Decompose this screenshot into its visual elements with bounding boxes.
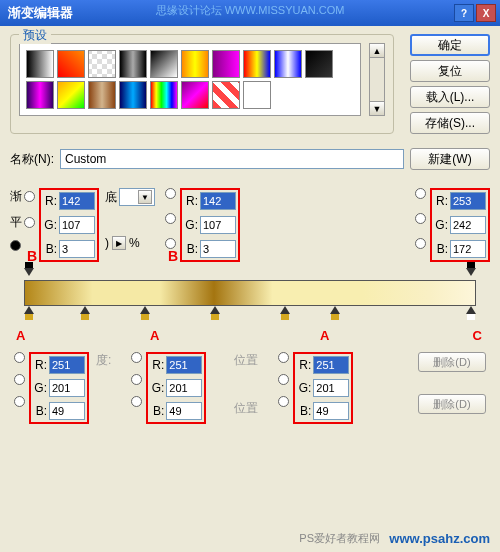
preset-swatch[interactable] [243, 50, 271, 78]
gradient-bar[interactable] [24, 280, 476, 306]
smoothness-label: 平 [10, 214, 22, 231]
preset-swatch[interactable] [57, 50, 85, 78]
b-input[interactable]: 3 [59, 240, 95, 258]
preset-swatch[interactable] [181, 50, 209, 78]
opacity-label: 度: [96, 352, 111, 369]
marker-b2: B [168, 248, 178, 264]
preset-swatch[interactable] [88, 50, 116, 78]
ok-button[interactable]: 确定 [410, 34, 490, 56]
g-label: G: [150, 381, 164, 395]
b-input[interactable]: 49 [166, 402, 202, 420]
b-input[interactable]: 172 [450, 240, 486, 258]
radio[interactable] [14, 352, 25, 363]
rgb-group-c-top: R:253 G:242 B:172 [430, 188, 490, 262]
scroll-up-icon[interactable]: ▲ [370, 44, 384, 58]
radio[interactable] [415, 213, 426, 224]
radio[interactable] [24, 191, 35, 202]
name-label: 名称(N): [10, 151, 54, 168]
preset-swatch[interactable] [150, 81, 178, 109]
opacity-stop[interactable] [466, 268, 476, 282]
name-input[interactable] [60, 149, 404, 169]
preset-swatch[interactable] [243, 81, 271, 109]
g-input[interactable]: 201 [166, 379, 202, 397]
preset-swatch[interactable] [26, 50, 54, 78]
presets-list[interactable] [19, 43, 361, 116]
radio[interactable] [14, 374, 25, 385]
color-stop[interactable] [140, 306, 150, 320]
b-label: B: [297, 404, 311, 418]
preset-swatch[interactable] [57, 81, 85, 109]
arrow-right-icon[interactable]: ▶ [112, 236, 126, 250]
radio[interactable] [165, 188, 176, 199]
close-button[interactable]: X [476, 4, 496, 22]
r-label: R: [434, 194, 448, 208]
radio[interactable] [131, 352, 142, 363]
preset-swatch[interactable] [212, 81, 240, 109]
g-input[interactable]: 201 [49, 379, 85, 397]
b-input[interactable]: 49 [313, 402, 349, 420]
radio[interactable] [131, 374, 142, 385]
color-stop[interactable] [280, 306, 290, 320]
save-button[interactable]: 存储(S)... [410, 112, 490, 134]
r-input[interactable]: 251 [49, 356, 85, 374]
reset-button[interactable]: 复位 [410, 60, 490, 82]
new-button[interactable]: 新建(W) [410, 148, 490, 170]
radio[interactable] [24, 217, 35, 228]
r-label: R: [43, 194, 57, 208]
r-input[interactable]: 251 [313, 356, 349, 374]
radio[interactable] [165, 213, 176, 224]
radio[interactable] [415, 188, 426, 199]
radio[interactable] [10, 240, 21, 251]
preset-swatch[interactable] [305, 50, 333, 78]
radio[interactable] [278, 374, 289, 385]
rgb-group-a1: R:251 G:201 B:49 [29, 352, 89, 424]
radio[interactable] [14, 396, 25, 407]
delete-color-button[interactable]: 删除(D) [418, 394, 486, 414]
r-input[interactable]: 142 [59, 192, 95, 210]
preset-swatch[interactable] [119, 50, 147, 78]
chevron-down-icon[interactable]: ▼ [138, 190, 152, 204]
r-input[interactable]: 142 [200, 192, 236, 210]
g-input[interactable]: 107 [59, 216, 95, 234]
preset-swatch[interactable] [150, 50, 178, 78]
opacity-stop[interactable] [24, 268, 34, 282]
g-input[interactable]: 201 [313, 379, 349, 397]
color-stop[interactable] [210, 306, 220, 320]
percent-label: % [129, 236, 140, 250]
color-stop[interactable] [80, 306, 90, 320]
color-stop[interactable] [466, 306, 476, 320]
color-stop[interactable] [24, 306, 34, 320]
r-input[interactable]: 251 [166, 356, 202, 374]
radio[interactable] [278, 396, 289, 407]
r-input[interactable]: 253 [450, 192, 486, 210]
rgb-group-b1: R:142 G:107 B:3 B [39, 188, 99, 262]
g-input[interactable]: 242 [450, 216, 486, 234]
preset-swatch[interactable] [26, 81, 54, 109]
r-label: R: [150, 358, 164, 372]
preset-swatch[interactable] [88, 81, 116, 109]
grad-type-label: 渐 [10, 188, 22, 205]
g-label: G: [43, 218, 57, 232]
help-button[interactable]: ? [454, 4, 474, 22]
g-input[interactable]: 107 [200, 216, 236, 234]
type-select[interactable]: ▼ [119, 188, 155, 206]
b-input[interactable]: 3 [200, 240, 236, 258]
r-label: R: [297, 358, 311, 372]
load-button[interactable]: 载入(L)... [410, 86, 490, 108]
radio[interactable] [278, 352, 289, 363]
radio[interactable] [415, 238, 426, 249]
delete-opacity-button[interactable]: 删除(D) [418, 352, 486, 372]
color-stop[interactable] [330, 306, 340, 320]
b-input[interactable]: 49 [49, 402, 85, 420]
rgb-group-a2: R:251 G:201 B:49 [146, 352, 206, 424]
marker-a3: A [320, 328, 329, 343]
scroll-down-icon[interactable]: ▼ [370, 101, 384, 115]
preset-swatch[interactable] [274, 50, 302, 78]
preset-swatch[interactable] [181, 81, 209, 109]
scrollbar[interactable]: ▲ ▼ [369, 43, 385, 116]
radio[interactable] [131, 396, 142, 407]
preset-swatch[interactable] [119, 81, 147, 109]
g-label: G: [434, 218, 448, 232]
preset-swatch[interactable] [212, 50, 240, 78]
marker-a1: A [16, 328, 25, 343]
